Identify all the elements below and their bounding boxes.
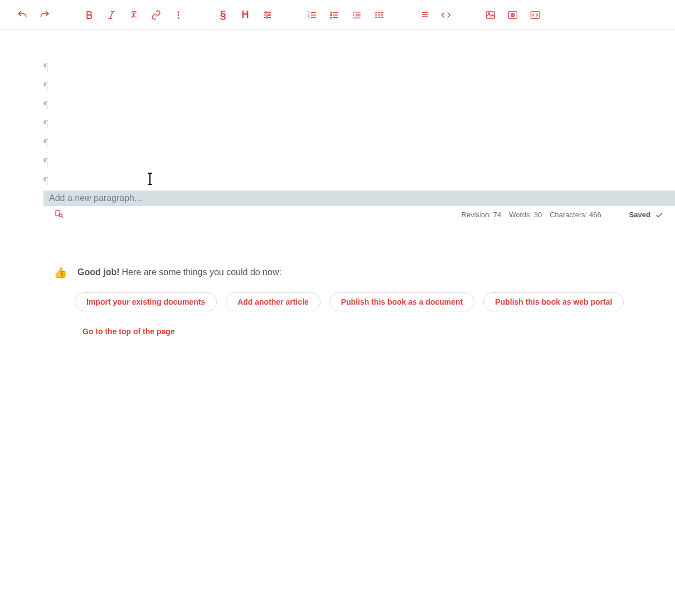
columns-icon <box>374 10 384 20</box>
suggestion-actions: Import your existing documents Add anoth… <box>54 292 675 311</box>
clear-format-button[interactable] <box>126 7 142 23</box>
revision-stat: Revision: 74 <box>462 211 502 219</box>
indent-icon <box>352 10 362 20</box>
embed-button[interactable] <box>527 7 543 23</box>
indent-button[interactable] <box>349 7 365 23</box>
ordered-list-button[interactable]: 123 <box>304 7 320 23</box>
more-icon <box>173 10 183 20</box>
svg-point-45 <box>488 12 489 13</box>
svg-point-11 <box>266 17 268 18</box>
section-icon: § <box>220 8 226 21</box>
thumbs-up-icon: 👍 <box>54 266 67 279</box>
undo-button[interactable] <box>14 7 30 23</box>
image-button[interactable] <box>483 7 498 23</box>
redo-icon <box>39 9 50 21</box>
bold-icon <box>84 10 94 20</box>
unordered-list-button[interactable] <box>327 7 342 23</box>
video-icon <box>507 10 519 20</box>
status-bar: Revision: 74 Words: 30 Characters: 466 S… <box>0 206 675 220</box>
link-button[interactable] <box>148 7 164 23</box>
image-icon <box>484 10 497 20</box>
svg-point-21 <box>331 12 332 13</box>
svg-text:": " <box>419 10 420 15</box>
publish-web-portal-button[interactable]: Publish this book as web portal <box>483 292 624 311</box>
heading-button[interactable]: H <box>237 7 253 23</box>
publish-document-button[interactable]: Publish this book as a document <box>329 292 475 311</box>
svg-point-48 <box>512 14 513 15</box>
code-button[interactable] <box>438 7 454 23</box>
words-stat: Words: 30 <box>509 211 542 219</box>
text-cursor-icon <box>149 174 150 184</box>
add-article-button[interactable]: Add another article <box>226 292 320 311</box>
svg-point-23 <box>331 17 332 18</box>
paragraph-marker: ¶ <box>43 58 675 77</box>
find-replace-button[interactable] <box>55 209 64 220</box>
find-icon <box>55 209 64 218</box>
paragraph-marker: ¶ <box>43 77 675 96</box>
undo-icon <box>17 9 28 21</box>
more-button[interactable] <box>171 7 186 23</box>
section-button[interactable]: § <box>215 7 231 23</box>
code-icon <box>440 10 451 20</box>
svg-point-3 <box>178 11 179 13</box>
svg-point-5 <box>178 17 179 18</box>
svg-line-52 <box>62 217 63 218</box>
clear-format-icon <box>129 10 139 20</box>
quote-icon: " <box>418 10 429 20</box>
heading-icon: H <box>242 9 249 21</box>
paragraph-marker: ¶ <box>43 96 675 115</box>
bold-button[interactable] <box>81 7 97 23</box>
sliders-icon <box>263 10 273 20</box>
suggestions-heading: 👍 Good job! Here are some things you cou… <box>54 266 675 279</box>
characters-stat: Characters: 466 <box>550 211 601 219</box>
add-paragraph-input[interactable]: Add a new paragraph... <box>43 190 675 206</box>
suggestions-text: Here are some things you could do now: <box>122 267 281 277</box>
paragraph-marker: ¶ <box>43 134 675 153</box>
suggestions-block: 👍 Good job! Here are some things you cou… <box>0 266 675 336</box>
video-button[interactable] <box>505 7 521 23</box>
redo-button[interactable] <box>37 7 52 23</box>
svg-point-4 <box>178 14 179 16</box>
svg-line-2 <box>110 12 113 18</box>
italic-icon <box>106 10 116 20</box>
import-documents-button[interactable]: Import your existing documents <box>75 292 217 311</box>
format-options-button[interactable] <box>260 7 275 23</box>
svg-point-10 <box>269 14 270 16</box>
svg-text:3: 3 <box>308 16 310 19</box>
paragraph-marker: ¶ <box>43 153 675 172</box>
paragraph-marker: ¶ <box>43 172 675 190</box>
ordered-list-icon: 123 <box>307 10 317 20</box>
quote-button[interactable]: " <box>416 7 431 23</box>
columns-button[interactable] <box>371 7 387 23</box>
editor-canvas[interactable]: ¶ ¶ ¶ ¶ ¶ ¶ ¶ <box>0 30 675 190</box>
paragraph-marker: ¶ <box>43 115 675 134</box>
go-to-top-link[interactable]: Go to the top of the page <box>82 327 675 336</box>
svg-point-9 <box>265 12 267 13</box>
link-icon <box>151 10 161 20</box>
svg-point-22 <box>331 14 332 15</box>
add-paragraph-placeholder: Add a new paragraph... <box>49 193 142 203</box>
italic-button[interactable] <box>104 7 119 23</box>
check-icon <box>655 211 664 219</box>
suggestions-bold: Good job! <box>77 267 120 277</box>
saved-indicator: Saved <box>629 211 664 219</box>
embed-icon <box>529 10 541 20</box>
toolbar: § H 123 " <box>0 0 675 30</box>
unordered-list-icon <box>329 10 339 20</box>
